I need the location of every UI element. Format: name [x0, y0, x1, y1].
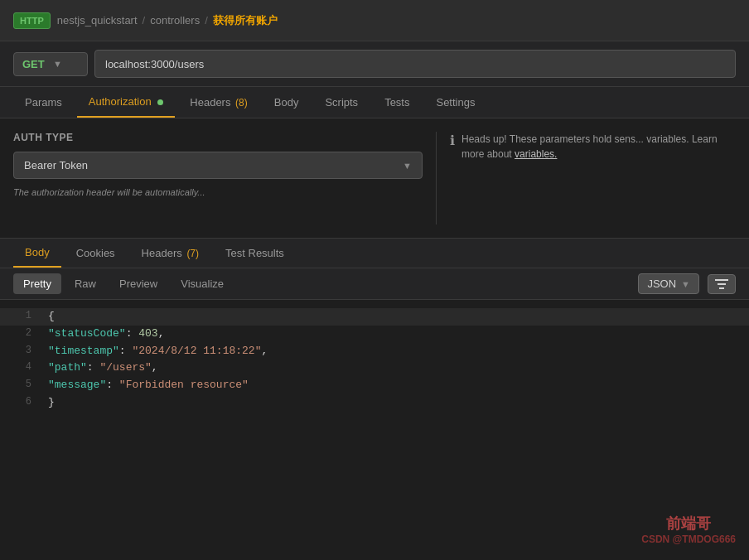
auth-right: ℹ Heads up! These parameters hold sens..… — [436, 132, 736, 224]
json-line-3: 3 "timestamp" : "2024/8/12 11:18:22" , — [0, 343, 749, 360]
json-val-timestamp: "2024/8/12 11:18:22" — [132, 343, 261, 360]
response-tab-bar: Body Cookies Headers (7) Test Results — [0, 239, 749, 268]
breadcrumb-project[interactable]: nestjs_quickstart — [57, 14, 138, 27]
format-raw-button[interactable]: Raw — [65, 273, 106, 294]
info-box: ℹ Heads up! These parameters hold sens..… — [450, 132, 736, 162]
tab-headers[interactable]: Headers (8) — [178, 88, 259, 117]
format-type-value: JSON — [647, 278, 676, 290]
chevron-down-icon: ▼ — [403, 161, 412, 171]
url-bar: GET ▼ — [0, 41, 749, 87]
tab-authorization[interactable]: Authorization — [77, 87, 176, 118]
json-close-brace: } — [48, 394, 55, 412]
http-badge: HTTP — [13, 12, 51, 29]
json-line-6: 6 } — [0, 394, 749, 412]
json-val-statuscode: 403 — [138, 326, 157, 343]
json-val-path: "/users" — [99, 360, 151, 377]
breadcrumb-sep2: / — [205, 14, 208, 27]
watermark: 前端哥 CSDN @TMDOG666 — [641, 514, 736, 547]
tab-scripts[interactable]: Scripts — [313, 88, 370, 117]
response-tab-body[interactable]: Body — [13, 239, 61, 268]
json-key-statuscode: "statusCode" — [48, 326, 126, 343]
chevron-down-icon: ▼ — [681, 279, 690, 289]
format-bar: Pretty Raw Preview Visualize JSON ▼ — [0, 268, 749, 300]
json-line-2: 2 "statusCode" : 403 , — [0, 326, 749, 343]
format-visualize-button[interactable]: Visualize — [171, 273, 234, 294]
breadcrumb-folder[interactable]: controllers — [150, 14, 200, 27]
authorization-dot — [157, 99, 163, 105]
request-tab-bar: Params Authorization Headers (8) Body Sc… — [0, 87, 749, 118]
json-response: 1 { 2 "statusCode" : 403 , 3 "timestamp"… — [0, 300, 749, 420]
auth-left: Auth Type Bearer Token ▼ The authorizati… — [13, 132, 436, 224]
tab-params[interactable]: Params — [13, 88, 74, 117]
tab-tests[interactable]: Tests — [373, 88, 421, 117]
info-text: Heads up! These parameters hold sens... … — [461, 132, 736, 162]
response-tab-headers[interactable]: Headers (7) — [130, 239, 210, 267]
json-line-5: 5 "message" : "Forbidden resource" — [0, 377, 749, 394]
auth-section: Auth Type Bearer Token ▼ The authorizati… — [0, 118, 749, 239]
json-open-brace: { — [48, 308, 55, 326]
auth-type-value: Bearer Token — [24, 159, 88, 171]
top-bar: HTTP nestjs_quickstart / controllers / 获… — [0, 0, 749, 41]
filter-button[interactable] — [708, 274, 736, 294]
format-type-select[interactable]: JSON ▼ — [638, 273, 699, 294]
auth-note: The authorization header will be automat… — [13, 187, 423, 197]
breadcrumb-sep1: / — [143, 14, 146, 27]
auth-type-label: Auth Type — [13, 132, 423, 143]
format-preview-button[interactable]: Preview — [109, 273, 167, 294]
response-tab-cookies[interactable]: Cookies — [65, 239, 127, 267]
tab-settings[interactable]: Settings — [424, 88, 486, 117]
variables-link[interactable]: variables. — [515, 148, 557, 160]
info-icon: ℹ — [450, 133, 455, 148]
chevron-down-icon: ▼ — [53, 59, 79, 69]
tab-body[interactable]: Body — [263, 88, 311, 117]
filter-icon — [715, 278, 728, 290]
breadcrumb: nestjs_quickstart / controllers / 获得所有账户 — [57, 13, 278, 28]
json-line-4: 4 "path" : "/users" , — [0, 360, 749, 377]
response-tab-test-results[interactable]: Test Results — [214, 239, 296, 267]
method-value: GET — [22, 58, 48, 70]
method-select[interactable]: GET ▼ — [13, 52, 88, 76]
breadcrumb-active: 获得所有账户 — [213, 13, 278, 28]
json-line-1: 1 { — [0, 308, 749, 326]
format-pretty-button[interactable]: Pretty — [13, 273, 61, 294]
url-input[interactable] — [94, 50, 736, 78]
json-key-message: "message" — [48, 377, 106, 394]
json-key-path: "path" — [48, 360, 87, 377]
auth-type-select[interactable]: Bearer Token ▼ — [13, 152, 423, 179]
json-key-timestamp: "timestamp" — [48, 343, 119, 360]
json-val-message: "Forbidden resource" — [119, 377, 249, 394]
